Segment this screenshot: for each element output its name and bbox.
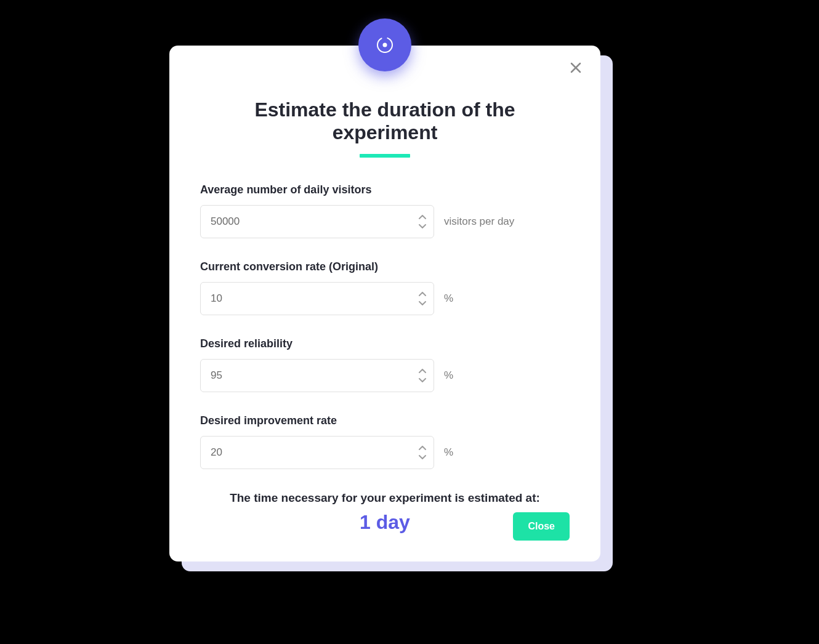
conversion-unit: % — [444, 292, 453, 305]
close-icon[interactable] — [567, 59, 584, 76]
visitors-input-wrap — [200, 205, 434, 238]
conversion-input-wrap — [200, 282, 434, 315]
field-visitors: Average number of daily visitors visitor… — [200, 183, 570, 238]
improvement-spinner — [417, 445, 428, 461]
conversion-input[interactable] — [200, 282, 434, 315]
improvement-input-row: % — [200, 436, 570, 469]
conversion-input-row: % — [200, 282, 570, 315]
svg-point-1 — [383, 43, 387, 47]
improvement-step-down[interactable] — [417, 453, 428, 461]
field-improvement: Desired improvement rate % — [200, 414, 570, 469]
conversion-step-up[interactable] — [417, 291, 428, 298]
field-conversion: Current conversion rate (Original) % — [200, 260, 570, 315]
conversion-step-down[interactable] — [417, 299, 428, 307]
visitors-input[interactable] — [200, 205, 434, 238]
reliability-label: Desired reliability — [200, 337, 570, 350]
close-button[interactable]: Close — [513, 512, 570, 541]
improvement-label: Desired improvement rate — [200, 414, 570, 427]
improvement-unit: % — [444, 446, 453, 459]
reliability-input[interactable] — [200, 359, 434, 392]
improvement-step-up[interactable] — [417, 445, 428, 452]
reliability-unit: % — [444, 369, 453, 382]
reliability-input-row: % — [200, 359, 570, 392]
reliability-step-up[interactable] — [417, 368, 428, 375]
reliability-spinner — [417, 368, 428, 384]
visitors-step-down[interactable] — [417, 222, 428, 230]
visitors-spinner — [417, 214, 428, 230]
field-reliability: Desired reliability % — [200, 337, 570, 392]
reliability-input-wrap — [200, 359, 434, 392]
modal-badge-icon — [358, 18, 411, 71]
conversion-label: Current conversion rate (Original) — [200, 260, 570, 273]
visitors-step-up[interactable] — [417, 214, 428, 221]
reliability-step-down[interactable] — [417, 376, 428, 384]
target-icon — [374, 34, 395, 55]
improvement-input[interactable] — [200, 436, 434, 469]
conversion-spinner — [417, 291, 428, 307]
experiment-duration-modal: Estimate the duration of the experiment … — [169, 46, 600, 561]
result-label: The time necessary for your experiment i… — [200, 491, 570, 505]
improvement-input-wrap — [200, 436, 434, 469]
modal-title: Estimate the duration of the experiment — [200, 99, 570, 144]
visitors-unit: visitors per day — [444, 215, 514, 228]
title-underline — [360, 154, 410, 158]
visitors-input-row: visitors per day — [200, 205, 570, 238]
visitors-label: Average number of daily visitors — [200, 183, 570, 196]
